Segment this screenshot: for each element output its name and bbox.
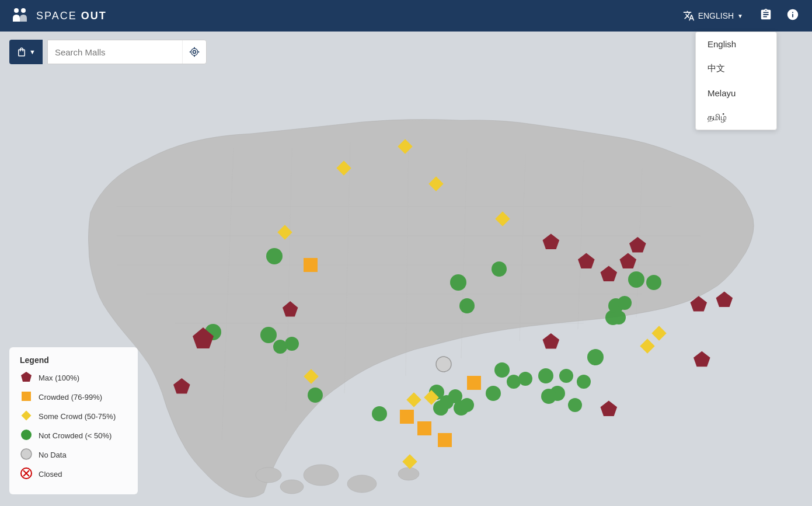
legend-label-no-data: No Data bbox=[39, 451, 67, 459]
shopping-bag-icon bbox=[16, 47, 27, 57]
info-icon bbox=[786, 8, 799, 21]
svg-point-85 bbox=[436, 357, 451, 372]
location-button[interactable] bbox=[182, 40, 206, 64]
legend-item-no-data: No Data bbox=[20, 448, 127, 462]
lang-option-malay[interactable]: Melayu bbox=[696, 81, 776, 105]
logo-icon bbox=[9, 5, 30, 26]
app-title-out: OUT bbox=[77, 10, 107, 22]
lang-option-tamil[interactable]: தமிழ் bbox=[696, 105, 776, 130]
legend-symbol-not-crowded bbox=[20, 428, 33, 443]
legend: Legend Max (100%) Crowded (76-99%) Some … bbox=[9, 347, 138, 494]
legend-label-max: Max (100%) bbox=[39, 374, 79, 382]
search-container: ▼ bbox=[9, 40, 207, 64]
svg-rect-69 bbox=[304, 258, 318, 272]
info-button[interactable] bbox=[783, 5, 803, 27]
clipboard-button[interactable] bbox=[756, 5, 776, 27]
language-dropdown: English 中文 Melayu தமிழ் bbox=[695, 32, 777, 130]
language-button[interactable]: ENGLISH ▼ bbox=[677, 6, 749, 25]
svg-point-46 bbox=[628, 271, 644, 288]
svg-point-44 bbox=[612, 310, 626, 324]
category-button[interactable]: ▼ bbox=[9, 40, 43, 64]
location-icon bbox=[189, 46, 200, 58]
svg-point-45 bbox=[618, 296, 632, 310]
svg-point-28 bbox=[308, 388, 323, 403]
legend-symbol-closed bbox=[20, 467, 33, 481]
legend-label-crowded: Crowded (76-99%) bbox=[39, 393, 102, 402]
svg-point-23 bbox=[266, 248, 283, 264]
search-input[interactable] bbox=[48, 40, 182, 64]
svg-point-21 bbox=[398, 467, 419, 480]
svg-rect-88 bbox=[22, 411, 32, 421]
legend-symbol-crowded bbox=[20, 390, 33, 404]
svg-point-55 bbox=[460, 398, 474, 412]
svg-point-39 bbox=[568, 398, 582, 412]
category-chevron: ▼ bbox=[29, 48, 36, 55]
svg-point-34 bbox=[507, 375, 521, 389]
language-label: ENGLISH bbox=[698, 11, 734, 20]
svg-rect-72 bbox=[438, 433, 452, 447]
legend-item-closed: Closed bbox=[20, 467, 127, 481]
svg-point-20 bbox=[280, 480, 304, 494]
translate-icon bbox=[683, 10, 695, 22]
search-input-wrapper bbox=[47, 40, 207, 64]
svg-point-22 bbox=[256, 467, 281, 483]
svg-point-47 bbox=[646, 275, 661, 290]
svg-point-32 bbox=[492, 261, 507, 277]
app-title-space: SPACE bbox=[36, 10, 77, 22]
legend-item-crowded: Crowded (76-99%) bbox=[20, 390, 127, 404]
legend-label-not-crowded: Not Crowded (< 50%) bbox=[39, 431, 111, 440]
svg-point-2 bbox=[193, 51, 196, 54]
legend-symbol-no-data bbox=[20, 448, 33, 462]
svg-point-30 bbox=[450, 274, 466, 291]
svg-rect-73 bbox=[467, 376, 481, 390]
legend-item-some-crowd: Some Crowd (50-75%) bbox=[20, 409, 127, 424]
svg-point-41 bbox=[587, 349, 604, 365]
app-title: SPACE OUT bbox=[36, 10, 107, 22]
logo: SPACE OUT bbox=[9, 5, 107, 26]
svg-point-90 bbox=[21, 449, 32, 459]
svg-point-35 bbox=[518, 372, 532, 386]
svg-rect-70 bbox=[400, 410, 414, 424]
clipboard-icon bbox=[759, 8, 772, 21]
svg-point-25 bbox=[260, 327, 277, 343]
legend-symbol-some-crowd bbox=[20, 409, 33, 424]
header-right: ENGLISH ▼ bbox=[677, 5, 803, 27]
legend-item-max: Max (100%) bbox=[20, 371, 127, 385]
svg-point-27 bbox=[285, 337, 299, 351]
svg-point-0 bbox=[14, 8, 19, 13]
svg-point-18 bbox=[304, 465, 339, 486]
lang-option-chinese[interactable]: 中文 bbox=[696, 56, 776, 81]
legend-label-closed: Closed bbox=[39, 470, 62, 479]
legend-title: Legend bbox=[20, 355, 127, 365]
svg-rect-71 bbox=[417, 421, 431, 435]
svg-point-1 bbox=[21, 8, 26, 13]
svg-point-29 bbox=[372, 406, 387, 421]
svg-point-38 bbox=[559, 369, 573, 383]
svg-point-19 bbox=[347, 475, 377, 493]
svg-point-48 bbox=[486, 386, 501, 401]
legend-symbol-max bbox=[20, 371, 33, 385]
svg-point-40 bbox=[577, 375, 591, 389]
svg-point-36 bbox=[538, 368, 553, 383]
chevron-down-icon: ▼ bbox=[737, 13, 743, 19]
svg-marker-86 bbox=[21, 372, 32, 382]
svg-point-31 bbox=[459, 298, 475, 313]
svg-point-3 bbox=[191, 48, 198, 55]
svg-point-49 bbox=[541, 389, 556, 404]
lang-option-english[interactable]: English bbox=[696, 32, 776, 56]
svg-point-89 bbox=[21, 430, 32, 440]
svg-rect-87 bbox=[22, 392, 31, 401]
header: SPACE OUT ENGLISH ▼ bbox=[0, 0, 812, 32]
svg-point-33 bbox=[494, 362, 510, 378]
legend-item-not-crowded: Not Crowded (< 50%) bbox=[20, 428, 127, 443]
legend-label-some-crowd: Some Crowd (50-75%) bbox=[39, 412, 116, 421]
svg-point-26 bbox=[273, 340, 287, 354]
